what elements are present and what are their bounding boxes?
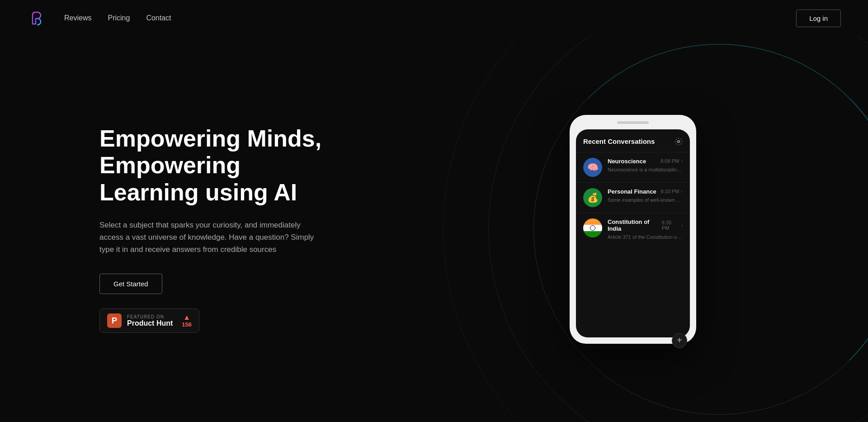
conv-preview-finance: Some examples of well-known mutual fund … [608, 197, 683, 204]
conv-preview-neuroscience: Neuroscience is a multidisciplinary fiel… [608, 166, 683, 173]
ph-upvote-arrow: ▲ [183, 314, 190, 321]
conv-body-india: Constitution of India 6:35 PM › Article … [608, 218, 683, 241]
nav-pricing[interactable]: Pricing [108, 14, 130, 22]
add-conversation-button[interactable]: + [672, 333, 687, 348]
ph-vote-count: 156 [182, 321, 192, 328]
hero-subtitle: Select a subject that sparks your curios… [99, 219, 316, 256]
conv-time-neuroscience: 8:08 PM › [660, 158, 683, 164]
conv-title-india: Constitution of India [608, 218, 662, 232]
navbar: Reviews Pricing Contact Log in [0, 0, 868, 36]
conv-body-neuroscience: Neuroscience 8:08 PM › Neuroscience is a… [608, 158, 683, 173]
chevron-icon: › [681, 189, 683, 194]
conv-top-row-finance: Personal Finance 8:10 PM › [608, 188, 683, 195]
conv-title-finance: Personal Finance [608, 188, 656, 195]
hero-section: Empowering Minds, Empowering Learning us… [0, 36, 868, 422]
phone-mockup: Recent Conversations 🧠 Neuroscience 8:08… [570, 115, 696, 344]
conv-top-row-neuroscience: Neuroscience 8:08 PM › [608, 158, 683, 165]
conv-body-finance: Personal Finance 8:10 PM › Some examples… [608, 188, 683, 204]
ph-name: Product Hunt [127, 319, 173, 327]
phone-header-title: Recent Conversations [583, 138, 655, 145]
flag-white [583, 225, 602, 231]
hero-content: Empowering Minds, Empowering Learning us… [99, 125, 335, 333]
conv-time-india: 6:35 PM › [662, 220, 683, 231]
conversation-india[interactable]: Constitution of India 6:35 PM › Article … [576, 213, 690, 246]
ph-votes: ▲ 156 [182, 314, 192, 328]
conversation-finance[interactable]: 💰 Personal Finance 8:10 PM › Some exampl… [576, 182, 690, 213]
logo[interactable] [27, 9, 46, 28]
svg-point-1 [678, 140, 680, 142]
nav-contact[interactable]: Contact [146, 14, 171, 22]
ashoka-chakra [590, 225, 595, 231]
product-hunt-badge[interactable]: P FEATURED ON Product Hunt ▲ 156 [99, 308, 199, 333]
get-started-button[interactable]: Get Started [99, 274, 162, 294]
avatar-neuroscience: 🧠 [583, 158, 602, 177]
conv-preview-india: Article 371 of the Constitution of India… [608, 234, 683, 241]
phone-screen: Recent Conversations 🧠 Neuroscience 8:08… [576, 129, 690, 337]
phone-frame: Recent Conversations 🧠 Neuroscience 8:08… [570, 115, 696, 344]
phone-header: Recent Conversations [576, 129, 690, 152]
conversation-neuroscience[interactable]: 🧠 Neuroscience 8:08 PM › Neuroscience is… [576, 152, 690, 182]
nav-right: Log in [796, 9, 841, 27]
flag-green [583, 231, 602, 237]
nav-reviews[interactable]: Reviews [64, 14, 91, 22]
conv-top-row-india: Constitution of India 6:35 PM › [608, 218, 683, 232]
avatar-india-flag [583, 218, 602, 237]
chevron-icon: › [681, 158, 683, 164]
hero-title: Empowering Minds, Empowering Learning us… [99, 125, 335, 206]
ph-featured-label: FEATURED ON [127, 314, 173, 319]
nav-links: Reviews Pricing Contact [64, 14, 796, 22]
settings-icon[interactable] [675, 138, 683, 146]
product-hunt-logo-icon: P [107, 313, 122, 328]
conv-time-finance: 8:10 PM › [660, 189, 683, 194]
conv-title-neuroscience: Neuroscience [608, 158, 646, 165]
chevron-icon: › [681, 223, 683, 228]
login-button[interactable]: Log in [796, 9, 841, 27]
phone-notch [617, 121, 649, 124]
flag-saffron [583, 218, 602, 225]
product-hunt-text: FEATURED ON Product Hunt [127, 314, 173, 327]
avatar-finance: 💰 [583, 188, 602, 207]
